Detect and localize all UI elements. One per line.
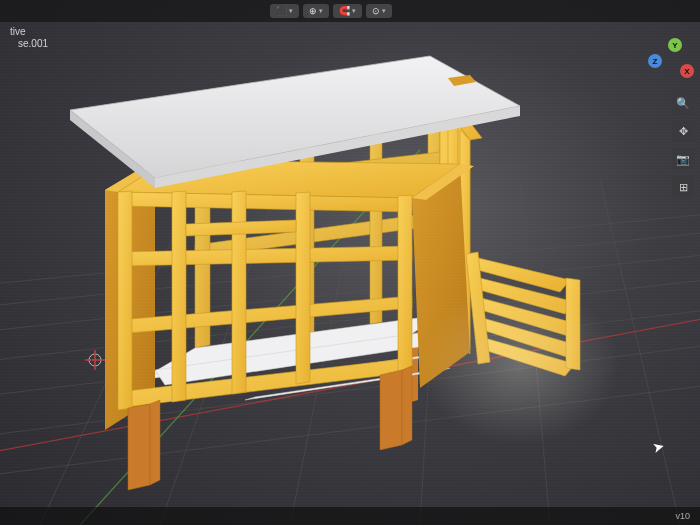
move-icon: ✥ <box>679 125 688 138</box>
3d-viewport[interactable]: ⬛ ▾ ⊕ ▾ 🧲 ▾ ⊙ ▾ tive se.001 Y Z X 🔍 ✥ 📷 … <box>0 0 700 525</box>
mode-dropdown[interactable]: ⬛ ▾ <box>270 4 299 18</box>
svg-marker-60 <box>566 278 580 370</box>
svg-marker-39 <box>118 246 412 266</box>
svg-marker-42 <box>118 191 132 410</box>
view-mode-label: tive <box>10 26 26 37</box>
chevron-down-icon: ▾ <box>319 7 323 15</box>
overlay-dropdown[interactable]: ⊙ ▾ <box>366 4 392 18</box>
chevron-down-icon: ▾ <box>289 7 293 15</box>
svg-marker-52 <box>380 370 402 450</box>
model-structure[interactable] <box>0 0 700 525</box>
gizmo-axis-x[interactable]: X <box>680 64 694 78</box>
svg-marker-53 <box>402 366 412 445</box>
status-bar: v10 <box>0 507 700 525</box>
chevron-down-icon: ▾ <box>352 7 356 15</box>
pan-button[interactable]: ✥ <box>672 120 694 142</box>
gizmo-axis-z[interactable]: Z <box>648 54 662 68</box>
svg-marker-51 <box>150 400 160 485</box>
svg-marker-43 <box>172 191 186 402</box>
svg-marker-50 <box>128 404 150 490</box>
snap-toggle[interactable]: 🧲 ▾ <box>333 4 362 18</box>
viewport-header: ⬛ ▾ ⊕ ▾ 🧲 ▾ ⊙ ▾ <box>0 0 700 22</box>
viewport-side-tools: 🔍 ✥ 📷 ⊞ <box>672 92 694 198</box>
mode-icon: ⬛ <box>276 6 287 16</box>
navigation-gizmo[interactable]: Y Z X <box>646 34 696 84</box>
perspective-button[interactable]: ⊞ <box>672 176 694 198</box>
viewport-overlay-text: tive se.001 <box>10 26 48 50</box>
camera-button[interactable]: 📷 <box>672 148 694 170</box>
status-text: v10 <box>675 511 690 521</box>
zoom-icon: 🔍 <box>676 97 690 110</box>
svg-marker-46 <box>398 195 412 374</box>
camera-icon: 📷 <box>676 153 690 166</box>
overlay-icon: ⊙ <box>372 6 380 16</box>
svg-marker-44 <box>232 191 246 394</box>
grid-icon: ⊞ <box>679 181 688 194</box>
active-object-label: se.001 <box>10 38 48 50</box>
pivot-icon: ⊕ <box>309 6 317 16</box>
gizmo-axis-y[interactable]: Y <box>668 38 682 52</box>
pivot-dropdown[interactable]: ⊕ ▾ <box>303 4 329 18</box>
chevron-down-icon: ▾ <box>382 7 386 15</box>
magnet-icon: 🧲 <box>339 6 350 16</box>
svg-marker-45 <box>296 192 310 384</box>
zoom-button[interactable]: 🔍 <box>672 92 694 114</box>
